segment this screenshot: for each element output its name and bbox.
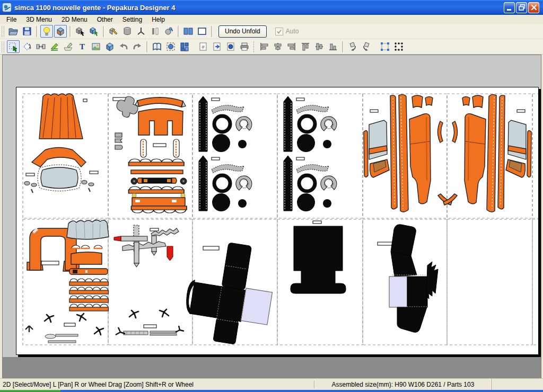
- toolbar-separator: [178, 26, 179, 37]
- select-face-icon[interactable]: [87, 25, 100, 38]
- align-center-h-icon[interactable]: [272, 40, 284, 53]
- status-hint: 2D [Select/Move] L [Pan] R or Wheel Drag…: [0, 381, 314, 388]
- page-r1c3-parts[interactable]: [199, 96, 252, 211]
- align-middle-icon[interactable]: [313, 40, 326, 53]
- page-r1c6-parts[interactable]: [443, 94, 531, 212]
- canvas-background-lower: [3, 357, 541, 378]
- select-move-icon[interactable]: [7, 40, 20, 53]
- open-folder-icon[interactable]: [7, 25, 20, 38]
- menu-help[interactable]: Help: [147, 15, 170, 24]
- menu-2d-menu[interactable]: 2D Menu: [57, 15, 92, 24]
- draw-line-icon[interactable]: [48, 40, 61, 53]
- start-button-edge[interactable]: [0, 390, 60, 392]
- window-title: simca 1100 nouvelle gente - Pepakura Des…: [14, 4, 501, 12]
- toolbar-drag-handle[interactable]: [2, 26, 4, 37]
- menu-other[interactable]: Other: [92, 15, 118, 24]
- page-r2c3-parts[interactable]: [180, 237, 279, 349]
- toolbar-separator: [36, 26, 38, 37]
- auto-checkbox-label: Auto: [286, 28, 299, 35]
- rotate-cw-icon[interactable]: [360, 40, 373, 53]
- status-bar: 2D [Select/Move] L [Pan] R or Wheel Drag…: [0, 378, 543, 390]
- menu-3d-menu[interactable]: 3D Menu: [21, 15, 57, 24]
- page-r1c2-parts[interactable]: [113, 96, 187, 213]
- page-r1c5-parts[interactable]: [364, 94, 452, 212]
- move-model-icon[interactable]: [74, 25, 86, 38]
- page-r2c1-parts[interactable]: [25, 220, 109, 343]
- page-r1c1-parts[interactable]: [24, 94, 98, 193]
- close-button[interactable]: [528, 2, 539, 13]
- minimize-button[interactable]: [504, 2, 515, 13]
- mirror-bars-icon[interactable]: [148, 25, 161, 38]
- text-icon[interactable]: T: [76, 40, 89, 53]
- split-view-icon[interactable]: [182, 25, 195, 38]
- redo-icon[interactable]: [131, 40, 144, 53]
- layout-blocks-icon[interactable]: [178, 40, 191, 53]
- title-bar: simca 1100 nouvelle gente - Pepakura Des…: [0, 0, 543, 15]
- menu-bar: File3D Menu2D MenuOtherSettingHelp: [0, 15, 543, 24]
- toolbar-main: Undo Unfold Auto: [0, 24, 543, 39]
- light-toggle-icon[interactable]: [40, 25, 53, 38]
- align-right-icon[interactable]: [285, 40, 298, 53]
- status-spacer: [492, 379, 543, 390]
- layout-canvas[interactable]: [2, 55, 541, 379]
- page-r1c4-parts[interactable]: [284, 96, 337, 211]
- toolbar-2d: T#: [0, 39, 543, 55]
- image-icon[interactable]: [90, 40, 102, 53]
- toolbar-separator: [69, 26, 71, 37]
- page-r2c2-parts[interactable]: [114, 225, 184, 335]
- paint-icon[interactable]: [62, 40, 75, 53]
- axes-icon[interactable]: [135, 25, 147, 38]
- fit-selection-icon[interactable]: [164, 40, 177, 53]
- pepakura-app-icon[interactable]: [3, 3, 12, 12]
- toolbar-separator: [253, 41, 255, 52]
- menu-setting[interactable]: Setting: [118, 15, 147, 24]
- rotate-ccw-icon[interactable]: [346, 40, 359, 53]
- align-left-icon[interactable]: [258, 40, 270, 53]
- status-assembled-size: Assembled size(mm): H90 W106 D261 / Part…: [314, 381, 492, 388]
- book-icon[interactable]: [151, 40, 163, 53]
- svg-text:T: T: [80, 42, 85, 51]
- cube-icon[interactable]: [103, 40, 116, 53]
- align-bottom-icon[interactable]: [327, 40, 339, 53]
- toolbar-separator: [211, 26, 213, 37]
- capture-icon[interactable]: [224, 40, 237, 53]
- toolbar-separator: [342, 41, 344, 52]
- window-controls: [504, 2, 540, 13]
- rotate-view-icon[interactable]: [162, 25, 175, 38]
- undo-icon[interactable]: [117, 40, 130, 53]
- toolbar-separator: [146, 41, 148, 52]
- restore-button[interactable]: [516, 2, 527, 13]
- check-icon: [276, 29, 282, 34]
- page-number-icon[interactable]: #: [197, 40, 209, 53]
- pattern-sheet[interactable]: [16, 87, 539, 355]
- align-top-icon[interactable]: [299, 40, 312, 53]
- cylinder-icon[interactable]: [121, 25, 134, 38]
- toolbar-drag-handle[interactable]: [2, 41, 4, 52]
- taskbar-strip: [0, 390, 543, 392]
- page-r2c4-parts[interactable]: [291, 221, 346, 293]
- menu-file[interactable]: File: [2, 15, 21, 24]
- distribute-icon[interactable]: [34, 40, 47, 53]
- save-icon[interactable]: [21, 25, 33, 38]
- toolbar-separator: [103, 26, 104, 37]
- rotate-part-icon[interactable]: [21, 40, 33, 53]
- print-icon[interactable]: [238, 40, 251, 53]
- svg-text:#: #: [202, 44, 204, 50]
- undo-unfold-button[interactable]: Undo Unfold: [218, 25, 267, 38]
- page-export-icon[interactable]: [211, 40, 223, 53]
- edge-pen-icon[interactable]: [107, 25, 120, 38]
- select-points-icon[interactable]: [392, 40, 405, 53]
- textured-view-icon[interactable]: [54, 25, 67, 38]
- single-view-icon[interactable]: [196, 25, 208, 38]
- page-r2c5-parts[interactable]: [378, 225, 438, 333]
- auto-checkbox-group[interactable]: Auto: [275, 28, 299, 35]
- auto-checkbox[interactable]: [275, 28, 283, 35]
- pattern-sheet-graphic: [16, 87, 538, 354]
- select-frame-icon[interactable]: [379, 40, 391, 53]
